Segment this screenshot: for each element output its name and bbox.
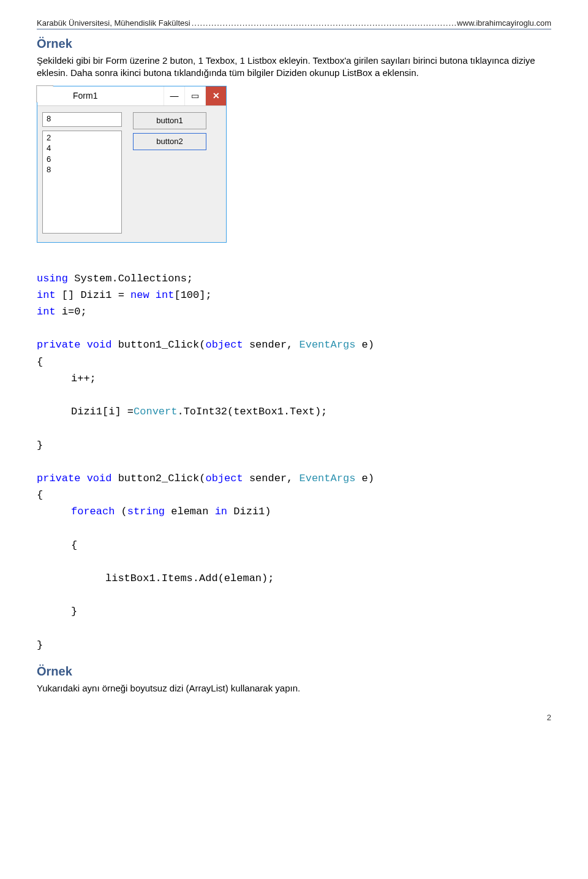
kw-foreach: foreach bbox=[71, 506, 115, 517]
code-brace: } bbox=[37, 639, 43, 651]
code-text: [100]; bbox=[174, 289, 211, 301]
example-heading-1: Örnek bbox=[37, 37, 551, 51]
header-left: Karabük Üniversitesi, Mühendislik Fakült… bbox=[37, 18, 190, 28]
example-paragraph-1: Şekildeki gibi bir Form üzerine 2 buton,… bbox=[37, 55, 551, 80]
kw-private: private bbox=[37, 473, 80, 484]
minimize-button[interactable]: — bbox=[164, 86, 184, 105]
kw-int: int bbox=[37, 289, 56, 301]
close-button[interactable]: ✕ bbox=[205, 86, 226, 105]
code-line: listBox1.Items.Add(eleman); bbox=[37, 570, 551, 587]
form-titlebar: Form1 — ▭ ✕ bbox=[37, 86, 226, 106]
window-controls: — ▭ ✕ bbox=[164, 86, 226, 105]
code-text: System.Collections; bbox=[68, 273, 193, 284]
maximize-button[interactable]: ▭ bbox=[184, 86, 205, 105]
code-brace: } bbox=[37, 603, 551, 620]
button1[interactable]: button1 bbox=[133, 112, 206, 129]
kw-using: using bbox=[37, 273, 68, 284]
code-brace: } bbox=[37, 440, 43, 451]
listbox1[interactable]: 2 4 6 8 bbox=[42, 131, 122, 234]
code-text bbox=[80, 339, 86, 351]
code-text: eleman bbox=[165, 506, 215, 517]
code-text: e) bbox=[355, 473, 374, 484]
code-text: sender, bbox=[243, 339, 300, 351]
type-eventargs: EventArgs bbox=[300, 339, 356, 351]
code-brace: { bbox=[37, 489, 43, 501]
kw-new: new bbox=[130, 289, 149, 301]
kw-void: void bbox=[87, 473, 112, 484]
code-text: Dizi1[i] = bbox=[71, 406, 134, 417]
kw-string: string bbox=[127, 506, 165, 517]
code-text: sender, bbox=[243, 473, 300, 484]
header-right: www.ibrahimcayiroglu.com bbox=[457, 18, 551, 28]
code-text bbox=[149, 289, 156, 301]
code-text: .ToInt32(textBox1.Text); bbox=[177, 406, 327, 417]
code-brace: { bbox=[37, 356, 43, 368]
kw-object: object bbox=[205, 339, 243, 351]
code-text: e) bbox=[355, 339, 374, 351]
code-block: using System.Collections; int [] Dizi1 =… bbox=[37, 254, 551, 654]
code-line: i++; bbox=[37, 370, 551, 387]
kw-private: private bbox=[37, 339, 80, 351]
kw-int: int bbox=[156, 289, 175, 301]
form-window: Form1 — ▭ ✕ 8 2 4 6 8 button1 button2 bbox=[37, 86, 227, 243]
code-brace: { bbox=[37, 537, 551, 554]
code-text: [] Dizi1 = bbox=[56, 289, 130, 301]
code-text: i=0; bbox=[56, 306, 87, 318]
example-heading-2: Örnek bbox=[37, 664, 551, 679]
code-text bbox=[80, 473, 86, 484]
form-title: Form1 bbox=[73, 91, 164, 101]
kw-int: int bbox=[37, 306, 56, 318]
kw-object: object bbox=[205, 473, 243, 484]
code-text: button2_Click( bbox=[111, 473, 205, 484]
header-dots: ........................................… bbox=[190, 18, 457, 28]
form-body: 8 2 4 6 8 button1 button2 bbox=[37, 106, 226, 242]
page-number: 2 bbox=[37, 713, 551, 722]
code-text: Dizi1) bbox=[227, 506, 271, 517]
example-paragraph-2: Yukarıdaki aynı örneği boyutsuz dizi (Ar… bbox=[37, 682, 551, 694]
code-text: ( bbox=[115, 506, 127, 517]
code-text: button1_Click( bbox=[111, 339, 205, 351]
type-convert: Convert bbox=[134, 406, 177, 417]
kw-void: void bbox=[87, 339, 112, 351]
page-header: Karabük Üniversitesi, Mühendislik Fakült… bbox=[37, 18, 551, 29]
type-eventargs: EventArgs bbox=[300, 473, 356, 484]
button2[interactable]: button2 bbox=[133, 133, 206, 150]
kw-in: in bbox=[215, 506, 227, 517]
textbox1[interactable]: 8 bbox=[42, 112, 122, 127]
